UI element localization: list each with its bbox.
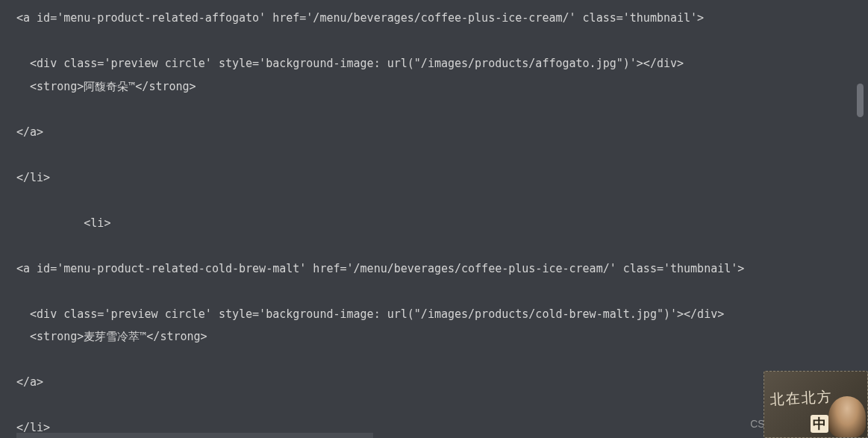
- avatar-caption: 北在北方: [769, 384, 834, 413]
- code-content: <a id='menu-product-related-affogato' hr…: [16, 11, 744, 438]
- horizontal-scrollbar[interactable]: [16, 433, 373, 438]
- scrollbar-thumb[interactable]: [857, 84, 864, 117]
- avatar-badge-char: 中: [811, 415, 828, 433]
- avatar-badge: 北在北方 中: [764, 371, 868, 438]
- avatar-face-icon: [828, 396, 866, 437]
- code-block[interactable]: <a id='menu-product-related-affogato' hr…: [7, 7, 868, 438]
